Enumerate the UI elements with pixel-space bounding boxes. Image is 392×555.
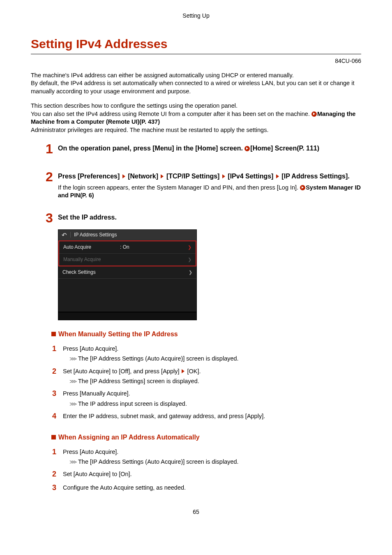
substep-result: ⋙ The IP address input screen is display… <box>69 400 361 407</box>
step-2: 2 Press [Preferences] [Network] [TCP/IP … <box>46 171 361 200</box>
device-row-manually-acquire: Manually Acquire ❯ <box>59 254 196 266</box>
substep-text-b: [OK]. <box>185 368 201 375</box>
device-highlight-group: Auto Acquire : On ❯ Manually Acquire ❯ <box>58 240 196 266</box>
device-screenshot: ↶ IP Address Settings Auto Acquire : On … <box>58 229 197 320</box>
intro-text: You can also set the IPv4 address using … <box>31 111 311 117</box>
link-icon <box>311 111 317 117</box>
step-1: 1 On the operation panel, press [Menu] i… <box>46 143 361 155</box>
result-text: The [IP Address Settings (Auto Acquire)]… <box>78 458 239 465</box>
breadcrumb-arrow-icon <box>222 174 225 178</box>
substep-number: 1 <box>51 447 63 457</box>
step-title: Press [Preferences] [Network] [TCP/IP Se… <box>58 172 361 181</box>
substep-result: ⋙ The [IP Address Settings (Auto Acquire… <box>69 355 361 362</box>
substep-number: 3 <box>51 483 63 493</box>
result-text: The IP address input screen is displayed… <box>78 400 187 407</box>
substep-a1: 1 Press [Auto Acquire]. <box>51 344 361 354</box>
device-row-value: : On <box>91 244 188 250</box>
intro-line: The machine's IPv4 address can either be… <box>31 72 361 80</box>
subheading-text: When Assigning an IP Address Automatical… <box>58 433 200 442</box>
intro-line: This section describes how to configure … <box>31 102 361 110</box>
intro-line-with-link: You can also set the IPv4 address using … <box>31 110 361 126</box>
device-bottom-bar <box>58 312 196 320</box>
substep-b2: 2 Set [Auto Acquire] to [On]. <box>51 469 361 479</box>
square-bullet-icon <box>51 332 56 336</box>
substep-result: ⋙ The [IP Address Settings (Auto Acquire… <box>69 458 361 465</box>
substep-text: Set [Auto Acquire] to [Off], and press [… <box>63 367 361 375</box>
bc-part: [IP Address Settings]. <box>281 173 349 180</box>
breadcrumb-arrow-icon <box>161 174 164 178</box>
breadcrumb-arrow-icon <box>182 369 184 373</box>
result-arrow-icon: ⋙ <box>69 401 76 407</box>
substep-text: Press [Auto Acquire]. <box>63 447 361 456</box>
step-title-text: On the operation panel, press [Menu] in … <box>58 145 244 152</box>
step-3: 3 Set the IP address. <box>46 212 361 224</box>
substep-text: Press [Manually Acquire]. <box>63 389 361 397</box>
device-row-auto-acquire: Auto Acquire : On ❯ <box>59 241 196 254</box>
intro-line: By default, the IPv4 address is set auto… <box>31 79 361 95</box>
page-title: Setting IPv4 Addresses <box>31 36 361 52</box>
device-footer <box>58 279 196 312</box>
step-desc-text: If the login screen appears, enter the S… <box>58 184 300 191</box>
section-header: Setting Up <box>31 12 361 20</box>
substep-text-a: Set [Auto Acquire] to [Off], and press [… <box>63 368 181 375</box>
bc-part: [TCP/IP Settings] <box>166 173 220 180</box>
device-row-label: Auto Acquire <box>63 244 91 250</box>
intro-line: Administrator privileges are required. T… <box>31 126 361 134</box>
chevron-right-icon: ❯ <box>188 245 191 250</box>
breadcrumb-arrow-icon <box>276 174 279 178</box>
subheading-manual: When Manually Setting the IP Address <box>51 330 361 338</box>
page-number: 65 <box>31 509 361 516</box>
link-icon <box>300 185 305 190</box>
substep-b3: 3 Configure the Auto Acquire setting, as… <box>51 483 361 493</box>
substep-text: Enter the IP address, subnet mask, and g… <box>63 412 361 420</box>
step-number: 2 <box>46 170 58 183</box>
intro-paragraph-1: The machine's IPv4 address can either be… <box>31 72 361 96</box>
substep-text: Configure the Auto Acquire setting, as n… <box>63 483 361 491</box>
substep-a2: 2 Set [Auto Acquire] to [Off], and press… <box>51 367 361 376</box>
step-number: 3 <box>46 211 58 224</box>
substep-number: 2 <box>51 469 63 479</box>
device-row-label: Check Settings <box>62 269 96 275</box>
substep-number: 4 <box>51 412 63 421</box>
substep-text: Press [Auto Acquire]. <box>63 344 361 352</box>
link-icon <box>244 146 250 151</box>
chevron-right-icon: ❯ <box>189 270 192 275</box>
device-row-label: Manually Acquire <box>63 257 101 263</box>
substep-b1: 1 Press [Auto Acquire]. <box>51 447 361 457</box>
title-rule <box>31 54 361 54</box>
step-number: 1 <box>46 142 58 155</box>
substep-a3: 3 Press [Manually Acquire]. <box>51 389 361 398</box>
result-text: The [IP Address Settings] screen is disp… <box>78 377 199 385</box>
step-title: On the operation panel, press [Menu] in … <box>58 144 361 153</box>
device-title-text: IP Address Settings <box>74 232 117 238</box>
substep-number: 1 <box>51 344 63 354</box>
result-text: The [IP Address Settings (Auto Acquire)]… <box>78 355 239 362</box>
bc-part: [Network] <box>128 173 158 180</box>
bc-part: Press [Preferences] <box>58 173 120 180</box>
cross-reference-link[interactable]: [Home] Screen(P. 111) <box>250 145 319 152</box>
back-icon: ↶ <box>62 232 67 238</box>
substep-number: 3 <box>51 389 63 398</box>
step-description: If the login screen appears, enter the S… <box>58 184 361 200</box>
device-titlebar: ↶ IP Address Settings <box>58 230 196 240</box>
breadcrumb-arrow-icon <box>122 174 125 178</box>
subheading-text: When Manually Setting the IP Address <box>58 330 178 338</box>
bc-part: [IPv4 Settings] <box>228 173 273 180</box>
result-arrow-icon: ⋙ <box>69 356 76 362</box>
subheading-auto: When Assigning an IP Address Automatical… <box>51 433 361 442</box>
result-arrow-icon: ⋙ <box>69 459 76 465</box>
substep-text: Set [Auto Acquire] to [On]. <box>63 469 361 478</box>
substep-a4: 4 Enter the IP address, subnet mask, and… <box>51 412 361 421</box>
result-arrow-icon: ⋙ <box>69 378 76 385</box>
device-row-check-settings: Check Settings ❯ <box>58 266 196 279</box>
step-title: Set the IP address. <box>58 213 361 222</box>
square-bullet-icon <box>51 435 56 439</box>
substep-number: 2 <box>51 367 63 376</box>
chevron-right-icon: ❯ <box>188 257 191 263</box>
doc-code: 84CU-066 <box>31 58 361 65</box>
intro-paragraph-2: This section describes how to configure … <box>31 102 361 134</box>
substep-result: ⋙ The [IP Address Settings] screen is di… <box>69 377 361 385</box>
